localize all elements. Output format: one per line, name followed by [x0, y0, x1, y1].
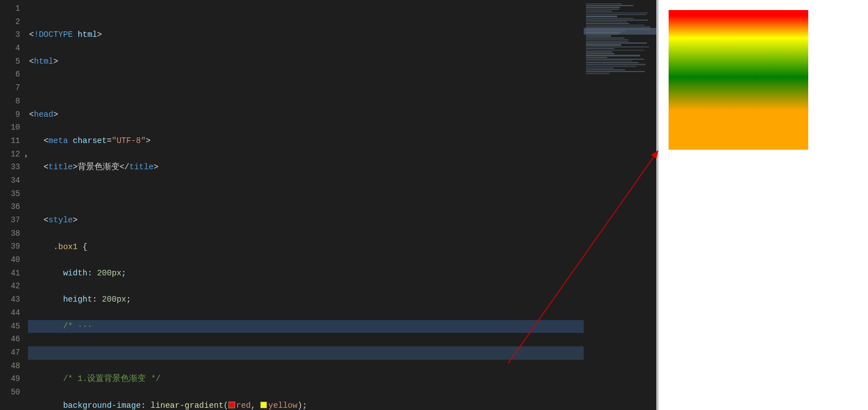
preview-pane: [656, 0, 868, 410]
line-number: 7: [0, 82, 20, 95]
minimap-line: [586, 42, 647, 44]
line-number: 2: [0, 16, 20, 29]
line-number: 47: [0, 346, 20, 360]
line-number: 50: [0, 386, 20, 399]
line-number: 6: [0, 68, 20, 82]
line-number: 34: [0, 174, 20, 188]
line-number: 1: [0, 2, 20, 16]
minimap-line: [586, 44, 621, 45]
minimap-line: [586, 25, 645, 26]
minimap-line: [586, 32, 621, 33]
minimap-line: [586, 53, 614, 54]
minimap-line: [586, 11, 612, 12]
minimap-line: [586, 28, 651, 30]
line-number: 46: [0, 333, 20, 346]
minimap-line: [586, 51, 612, 53]
code-line[interactable]: [28, 188, 656, 201]
line-number: [0, 399, 20, 410]
line-number: 44: [0, 307, 20, 320]
line-number: 3: [0, 28, 20, 42]
code-line-folded[interactable]: /* ···: [28, 320, 656, 333]
line-number: 8: [0, 95, 20, 108]
line-number: 37: [0, 214, 20, 227]
code-line[interactable]: height: 200px;: [28, 293, 656, 307]
line-number: 41: [0, 267, 20, 280]
line-number: 35: [0, 188, 20, 201]
minimap-line: [586, 39, 628, 40]
line-number: 4: [0, 42, 20, 55]
minimap-line: [586, 23, 629, 24]
color-swatch-red[interactable]: [228, 402, 235, 408]
minimap-line: [586, 37, 624, 39]
code-line[interactable]: .box1 {: [28, 241, 656, 254]
line-number: 9: [0, 108, 20, 122]
line-number: 42: [0, 280, 20, 293]
chevron-right-icon[interactable]: ›: [24, 150, 28, 164]
code-line[interactable]: <!DOCTYPE html>: [28, 28, 656, 42]
minimap-line: [586, 73, 609, 74]
minimap-line: [586, 46, 649, 47]
color-swatch-yellow[interactable]: [260, 402, 267, 408]
line-number: 38: [0, 227, 20, 241]
line-number: 49: [0, 373, 20, 386]
minimap-line: [586, 35, 611, 36]
editor-pane: 123456789101112›333435363738394041424344…: [0, 0, 656, 410]
minimap-line: [586, 69, 625, 70]
minimap-line: [586, 18, 634, 19]
line-number: 40: [0, 254, 20, 267]
gradient-preview-box: [669, 10, 808, 150]
line-number: 48: [0, 360, 20, 373]
minimap-line: [586, 5, 633, 6]
minimap-line: [586, 50, 644, 51]
minimap-line: [586, 26, 650, 27]
minimap-line: [586, 57, 607, 58]
minimap-line: [586, 71, 645, 72]
minimap-line: [586, 34, 618, 35]
minimap-line: [586, 62, 638, 63]
minimap-line: [586, 9, 619, 10]
minimap-line: [586, 59, 644, 60]
line-number: 11: [0, 135, 20, 148]
code-line[interactable]: <style>: [28, 214, 656, 227]
minimap-line: [586, 48, 614, 49]
line-number: 12›: [0, 148, 20, 161]
minimap-line: [586, 60, 632, 61]
code-line[interactable]: <title>背景色渐变</title>: [28, 161, 656, 174]
line-number: 33: [0, 161, 20, 174]
line-number: 10: [0, 121, 20, 135]
minimap-line: [586, 12, 648, 13]
code-line[interactable]: <html>: [28, 55, 656, 69]
code-area[interactable]: <!DOCTYPE html> <html> <head> <meta char…: [28, 0, 656, 410]
line-number: 36: [0, 201, 20, 214]
minimap-line: [586, 66, 636, 67]
code-line[interactable]: <meta charset="UTF-8">: [28, 135, 656, 148]
minimap-line: [586, 14, 646, 15]
minimap[interactable]: [584, 0, 656, 410]
line-number: 39: [0, 240, 20, 254]
line-number: 45: [0, 320, 20, 333]
code-line[interactable]: width: 200px;: [28, 267, 656, 280]
minimap-line: [586, 30, 626, 31]
code-line[interactable]: /* 1.设置背景色渐变 */: [28, 373, 656, 386]
code-line[interactable]: [28, 82, 656, 95]
minimap-line: [586, 7, 620, 8]
minimap-line: [586, 64, 646, 65]
line-number: 43: [0, 293, 20, 307]
editor-body: 123456789101112›333435363738394041424344…: [0, 0, 656, 410]
code-line[interactable]: background-image: linear-gradient(red, y…: [28, 399, 656, 410]
line-number-gutter[interactable]: 123456789101112›333435363738394041424344…: [0, 0, 28, 410]
minimap-line: [586, 20, 648, 21]
minimap-line: [586, 68, 614, 69]
minimap-line: [586, 3, 622, 4]
minimap-line: [586, 21, 627, 22]
minimap-line: [586, 41, 628, 42]
code-line[interactable]: <head>: [28, 108, 656, 122]
line-number: 5: [0, 55, 20, 69]
minimap-line: [586, 55, 640, 56]
code-line[interactable]: [28, 346, 656, 360]
minimap-line: [586, 16, 617, 17]
